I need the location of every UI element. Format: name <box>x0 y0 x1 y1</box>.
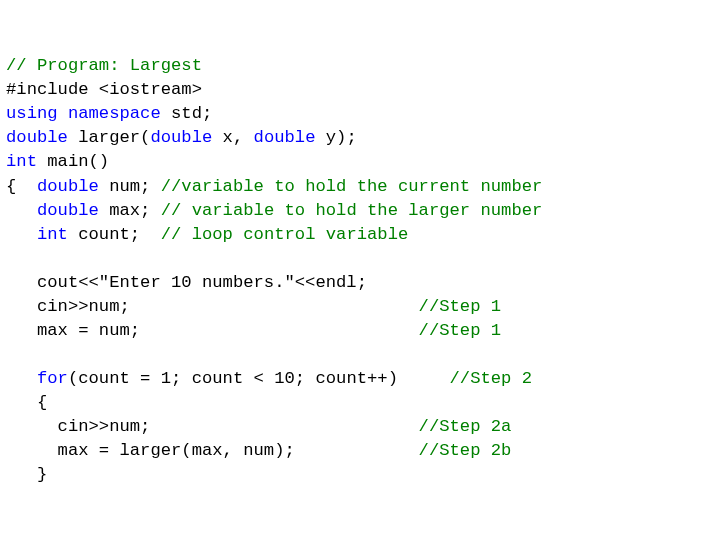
stmt-max-larger: max = larger(max, num); <box>6 441 419 460</box>
keyword-double: double <box>37 177 99 196</box>
comment-step2b: //Step 2b <box>419 441 512 460</box>
comment-count: // loop control variable <box>161 225 409 244</box>
func-larger-name: larger( <box>68 128 151 147</box>
brace-close-for: } <box>6 465 47 484</box>
header-name: iostream <box>109 80 192 99</box>
keyword-double: double <box>37 201 99 220</box>
indent <box>6 225 37 244</box>
stmt-max-assign: max = num; <box>6 321 419 340</box>
comment-num: //variable to hold the current number <box>161 177 543 196</box>
indent <box>6 369 37 388</box>
indent <box>6 201 37 220</box>
var-count-decl: count; <box>68 225 161 244</box>
keyword-using: using <box>6 104 58 123</box>
brace-open-for: { <box>6 393 47 412</box>
stmt-cin-num: cin>>num; <box>6 297 419 316</box>
preproc-include-end: > <box>192 80 202 99</box>
brace-open: { <box>6 177 37 196</box>
keyword-double: double <box>6 128 68 147</box>
namespace-std: std; <box>161 104 213 123</box>
keyword-int: int <box>37 225 68 244</box>
comment-step1a: //Step 1 <box>419 297 502 316</box>
code-block: // Program: Largest #include <iostream> … <box>6 54 714 487</box>
comment-step1b: //Step 1 <box>419 321 502 340</box>
comment-max: // variable to hold the larger number <box>161 201 543 220</box>
keyword-int: int <box>6 152 37 171</box>
keyword-namespace: namespace <box>68 104 161 123</box>
for-condition: (count = 1; count < 10; count++) <box>68 369 450 388</box>
param-x: x, <box>212 128 253 147</box>
space <box>58 104 68 123</box>
comment-step2: //Step 2 <box>450 369 533 388</box>
stmt-cin-num-loop: cin>>num; <box>6 417 419 436</box>
comment-program-title: // Program: Largest <box>6 56 202 75</box>
var-max-decl: max; <box>99 201 161 220</box>
var-num-decl: num; <box>99 177 161 196</box>
preproc-include: #include < <box>6 80 109 99</box>
stmt-cout: cout<<"Enter 10 numbers."<<endl; <box>6 273 367 292</box>
keyword-for: for <box>37 369 68 388</box>
func-main: main() <box>37 152 109 171</box>
keyword-double: double <box>254 128 316 147</box>
comment-step2a: //Step 2a <box>419 417 512 436</box>
keyword-double: double <box>150 128 212 147</box>
param-y: y); <box>315 128 356 147</box>
